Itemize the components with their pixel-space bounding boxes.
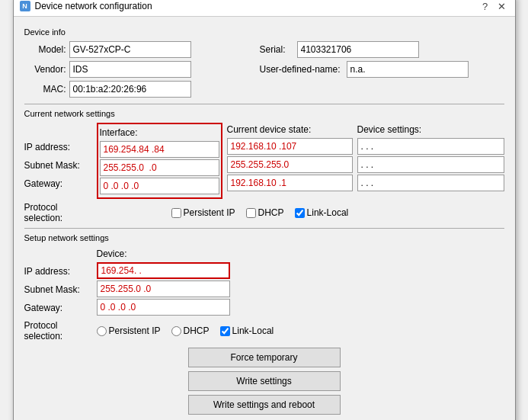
user-defined-row: User-defined-name: — [260, 61, 469, 78]
close-button[interactable]: ✕ — [495, 0, 509, 13]
device-gateway-input[interactable] — [357, 175, 504, 191]
cns-link-local-checkbox[interactable] — [295, 208, 305, 218]
cns-persistent-ip-label: Persistent IP — [184, 207, 235, 218]
sns-gateway-input[interactable] — [97, 299, 230, 316]
sns-device-header: Device: — [97, 247, 230, 261]
sns-persistent-ip-item[interactable]: Persistent IP — [97, 325, 161, 336]
sns-ip-label: IP address: — [24, 262, 97, 281]
sns-link-local-label: Link-Local — [232, 325, 274, 336]
user-defined-input[interactable] — [347, 61, 469, 78]
current-state-column: Current device state: — [227, 123, 353, 199]
sns-persistent-ip-radio[interactable] — [97, 326, 107, 336]
model-input[interactable] — [69, 41, 191, 58]
cns-dhcp-label: DHCP — [258, 207, 284, 218]
serial-label: Serial: — [260, 44, 294, 55]
model-label: Model: — [24, 44, 66, 55]
cns-gateway-label: Gateway: — [24, 175, 97, 193]
sns-dhcp-item[interactable]: DHCP — [171, 325, 210, 336]
interface-column: Interface: — [97, 123, 222, 199]
device-info-section: Model: Vendor: MAC: Serial: — [24, 41, 504, 98]
mac-row: MAC: — [24, 81, 191, 98]
cns-dhcp-checkbox[interactable] — [246, 208, 256, 218]
write-settings-reboot-button[interactable]: Write settings and reboot — [188, 395, 341, 415]
device-subnet-input[interactable] — [357, 156, 504, 173]
sns-subnet-input[interactable] — [97, 281, 230, 297]
cns-subnet-label: Subnet Mask: — [24, 156, 97, 175]
sns-gateway-label: Gateway: — [24, 299, 97, 317]
sns-persistent-ip-label: Persistent IP — [109, 325, 161, 336]
interface-subnet-input[interactable] — [100, 159, 219, 176]
state-subnet-input[interactable] — [227, 156, 353, 173]
cns-persistent-ip-item[interactable]: Persistent IP — [171, 207, 235, 218]
state-gateway-input[interactable] — [227, 175, 353, 191]
sns-label: Setup network settings — [24, 233, 504, 242]
interface-gateway-input[interactable] — [100, 178, 219, 194]
sns-subnet-label: Subnet Mask: — [24, 281, 97, 299]
sns-section: IP address: Subnet Mask: Gateway: Device… — [24, 247, 504, 317]
dialog-title: Device network configuration — [35, 1, 152, 11]
sns-device-column: Device: — [97, 247, 230, 317]
cns-section: IP address: Subnet Mask: Gateway: Interf… — [24, 123, 504, 199]
app-icon: N — [20, 1, 30, 11]
device-ip-input[interactable] — [357, 138, 504, 155]
dialog-window: N Device network configuration ? ✕ Devic… — [13, 0, 516, 420]
sns-protocol-row: Protocol selection: Persistent IP DHCP L… — [24, 320, 504, 341]
write-settings-button[interactable]: Write settings — [188, 371, 341, 391]
sns-protocol-label: Protocol selection: — [24, 320, 97, 341]
cns-dhcp-item[interactable]: DHCP — [246, 207, 284, 218]
cns-persistent-ip-checkbox[interactable] — [171, 208, 181, 218]
serial-input[interactable] — [297, 41, 419, 58]
vendor-input[interactable] — [69, 61, 191, 78]
device-info-label: Device info — [24, 27, 504, 37]
title-bar: N Device network configuration ? ✕ — [14, 0, 515, 17]
help-button[interactable]: ? — [478, 0, 492, 13]
cns-protocol-row: Protocol selection: Persistent IP DHCP L… — [24, 202, 504, 223]
sns-dhcp-radio[interactable] — [171, 326, 181, 336]
vendor-label: Vendor: — [24, 64, 66, 75]
sns-ip-input[interactable] — [97, 262, 230, 279]
force-temporary-button[interactable]: Force temporary — [188, 348, 341, 367]
cns-label: Current network settings — [24, 109, 504, 118]
model-row: Model: — [24, 41, 191, 58]
sns-dhcp-label: DHCP — [184, 325, 210, 336]
mac-label: MAC: — [24, 84, 66, 95]
buttons-area: Force temporary Write settings Write set… — [24, 348, 504, 415]
user-defined-label: User-defined-name: — [260, 64, 341, 75]
interface-header: Interface: — [100, 126, 219, 139]
cns-link-local-item[interactable]: Link-Local — [295, 207, 349, 218]
serial-row: Serial: — [260, 41, 469, 58]
interface-ip-input[interactable] — [100, 141, 219, 158]
cns-protocol-label: Protocol selection: — [24, 202, 97, 223]
sns-link-local-checkbox[interactable] — [220, 326, 230, 336]
cns-link-local-label: Link-Local — [307, 207, 349, 218]
mac-input[interactable] — [69, 81, 191, 98]
sns-link-local-item[interactable]: Link-Local — [220, 325, 274, 336]
current-state-header: Current device state: — [227, 123, 353, 136]
state-ip-input[interactable] — [227, 138, 353, 155]
device-settings-header: Device settings: — [357, 123, 504, 136]
device-settings-column: Device settings: — [357, 123, 504, 199]
vendor-row: Vendor: — [24, 61, 191, 78]
cns-ip-label: IP address: — [24, 138, 97, 156]
dialog-content: Device info Model: Vendor: MAC: — [14, 17, 515, 420]
